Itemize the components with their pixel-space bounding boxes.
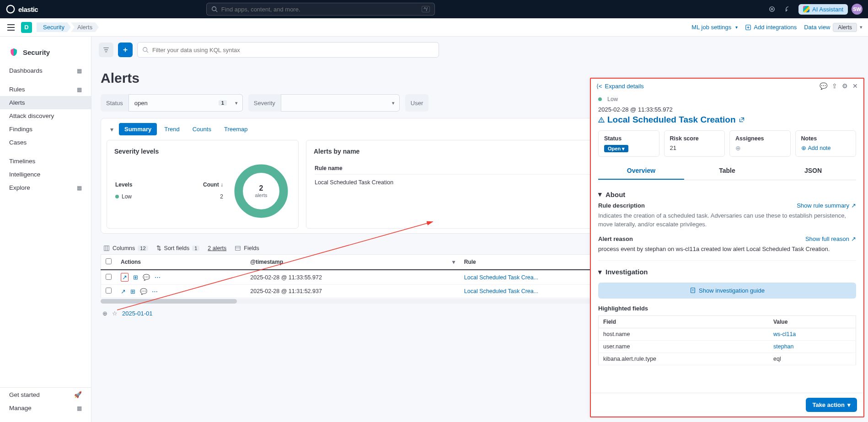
expand-alert-icon[interactable]: ↗ — [121, 288, 126, 295]
svg-point-0 — [7, 5, 15, 13]
tab-treemap[interactable]: Treemap — [219, 123, 253, 135]
flyout-tab-json[interactable]: JSON — [770, 162, 856, 180]
svg-rect-21 — [691, 288, 695, 293]
expand-details-link[interactable]: ⟨< Expand details — [596, 83, 644, 90]
svg-point-4 — [771, 8, 773, 10]
kql-bar[interactable] — [137, 42, 439, 58]
sidebar-item-attack-discovery[interactable]: Attack discovery — [0, 109, 91, 123]
row-checkbox[interactable] — [106, 274, 112, 280]
close-icon[interactable]: ✕ — [852, 82, 858, 90]
plus-icon — [122, 47, 129, 53]
external-link-icon — [739, 117, 745, 123]
ai-assistant-button[interactable]: AI Assistant — [798, 4, 848, 15]
analyzer-icon[interactable]: ⊞ — [133, 274, 138, 281]
newsfeed-icon[interactable] — [782, 3, 795, 16]
row-checkbox[interactable] — [106, 288, 112, 294]
sidebar-item-cases[interactable]: Cases — [0, 136, 91, 149]
svg-rect-13 — [104, 246, 109, 251]
rule-link[interactable]: Local Scheduled Task Crea... — [464, 288, 538, 294]
show-full-reason-link[interactable]: Show full reason↗ — [805, 235, 856, 242]
hl-value-link[interactable]: stephan — [769, 340, 856, 353]
tab-trend[interactable]: Trend — [159, 123, 185, 135]
sidebar-item-explore[interactable]: Explore▦ — [0, 181, 91, 194]
analyzer-icon[interactable]: ⊞ — [130, 288, 135, 295]
hl-value-link[interactable]: ws-cl11a — [769, 328, 856, 340]
global-search-input[interactable] — [221, 6, 418, 13]
hl-row: host.namews-cl11a — [599, 328, 856, 340]
rule-link[interactable]: Local Scheduled Task Crea... — [464, 274, 538, 281]
flyout-tab-overview[interactable]: Overview — [598, 162, 684, 180]
status-badge[interactable]: Open ▾ — [604, 145, 628, 152]
guide-icon — [690, 287, 696, 294]
user-avatar[interactable]: SW — [852, 4, 863, 15]
severity-select[interactable] — [281, 94, 400, 112]
show-rule-summary-link[interactable]: Show rule summary↗ — [797, 202, 856, 209]
add-timeline-icon[interactable]: ⊕ — [102, 310, 107, 317]
sidebar-item-manage[interactable]: Manage▦ — [0, 401, 91, 415]
help-icon[interactable] — [766, 3, 778, 16]
flyout-tab-table[interactable]: Table — [684, 162, 770, 180]
chevron-down-icon: ▾ — [598, 268, 602, 276]
nav-toggle[interactable] — [5, 22, 16, 33]
alert-reason: process event by stephan on ws-cl11a cre… — [598, 245, 856, 254]
add-query-button[interactable] — [118, 43, 133, 57]
settings-icon[interactable]: ⚙ — [842, 82, 848, 90]
svg-line-2 — [215, 11, 217, 12]
sort-icon: ⇅ — [156, 245, 161, 251]
session-icon[interactable]: 💬 — [140, 288, 147, 295]
flyout-header: ⟨< Expand details 💬 ⇪ ⚙ ✕ — [591, 79, 863, 93]
ai-assistant-label: AI Assistant — [812, 6, 843, 13]
more-actions-icon[interactable]: ⋯ — [155, 274, 161, 281]
add-assignee-icon[interactable]: ⊕ — [735, 144, 741, 152]
take-action-button[interactable]: Take action▾ — [806, 398, 857, 412]
sidebar-item-rules[interactable]: Rules▦ — [0, 83, 91, 96]
sidebar-item-dashboards[interactable]: Dashboards▦ — [0, 64, 91, 77]
investigation-guide-button[interactable]: Show investigation guide — [598, 283, 856, 299]
add-integrations[interactable]: Add integrations — [745, 24, 797, 31]
elastic-logo[interactable]: elastic — [5, 4, 38, 14]
tab-summary[interactable]: Summary — [119, 123, 157, 135]
add-note-link[interactable]: ⊕Add note — [801, 144, 851, 151]
ml-job-settings[interactable]: ML job settings — [691, 24, 738, 31]
investigation-section-header[interactable]: ▾Investigation — [598, 264, 856, 280]
session-icon[interactable]: 💬 — [143, 274, 150, 281]
rocket-icon: 🚀 — [74, 391, 82, 398]
chevron-down-icon: ▾ — [847, 401, 851, 408]
tab-counts[interactable]: Counts — [187, 123, 217, 135]
sort-control[interactable]: ⇅Sort fields1 — [156, 245, 200, 251]
stat-assignees: Assignees ⊕ — [729, 130, 791, 157]
sidebar-item-findings[interactable]: Findings — [0, 123, 91, 136]
sidebar-item-timelines[interactable]: Timelines — [0, 155, 91, 168]
severity-filter: Severity — [248, 94, 400, 112]
favorite-icon[interactable]: ☆ — [112, 310, 118, 317]
severity-row-low[interactable]: Low2 — [115, 191, 223, 203]
more-actions-icon[interactable]: ⋯ — [152, 288, 158, 295]
about-section-header[interactable]: ▾About — [598, 187, 856, 202]
highlighted-fields-table: FieldValue host.namews-cl11a user.namest… — [598, 315, 856, 365]
select-all-checkbox[interactable] — [106, 258, 112, 264]
timeline-date[interactable]: 2025-01-01 — [122, 310, 153, 317]
sidebar-item-get-started[interactable]: Get started🚀 — [0, 388, 91, 401]
chat-icon[interactable]: 💬 — [820, 82, 827, 90]
global-search[interactable]: ^/ — [206, 3, 435, 16]
columns-control[interactable]: Columns12 — [103, 245, 148, 251]
filter-toggle[interactable] — [99, 43, 113, 57]
collapse-summary[interactable]: ▾ — [107, 124, 117, 135]
sidebar-header: Security — [0, 44, 91, 64]
plus-square-icon — [745, 24, 751, 31]
share-icon[interactable]: ⇪ — [832, 82, 837, 90]
expand-alert-icon[interactable]: ↗ — [121, 273, 129, 282]
popout-icon: ↗ — [851, 235, 856, 242]
flyout-title[interactable]: Local Scheduled Task Creation — [598, 115, 856, 125]
breadcrumb-bar: D Security Alerts ML job settings Add in… — [0, 18, 868, 37]
data-view-selector[interactable]: Data view Alerts ▾ — [804, 23, 863, 32]
chevron-down-icon: ▾ — [598, 190, 602, 198]
fields-control[interactable]: Fields — [235, 245, 259, 251]
kql-input[interactable] — [152, 47, 434, 53]
sidebar-item-intelligence[interactable]: Intelligence — [0, 168, 91, 181]
space-selector[interactable]: D — [21, 22, 32, 33]
sidebar-item-alerts[interactable]: Alerts — [0, 96, 91, 109]
status-select[interactable]: open 1 — [129, 94, 243, 112]
breadcrumb-security[interactable]: Security — [37, 22, 71, 32]
svg-point-20 — [601, 121, 601, 122]
